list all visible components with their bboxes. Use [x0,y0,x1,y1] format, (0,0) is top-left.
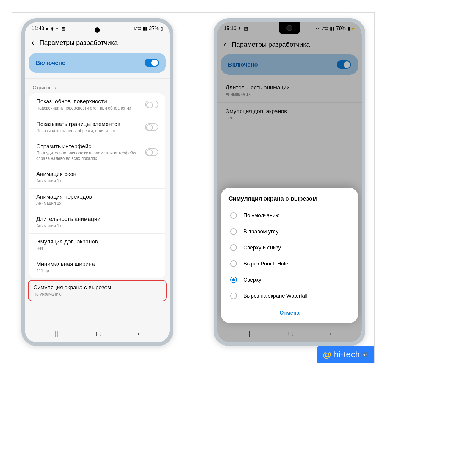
radio-option[interactable]: Вырез на экране Waterfall [228,288,350,304]
cancel-button[interactable]: Отмена [228,304,350,320]
back-nav-icon[interactable]: ‹ [138,330,140,337]
cutout-sim-row[interactable]: Симуляция экрана с вырезом По умолчанию [28,280,167,301]
radio-icon[interactable] [230,293,237,299]
row-title: Эмуляция доп. экранов [36,238,98,245]
phone-left: 11:43 ▶ ◉ ᠰ ▧ ᯤ LTE2 ▮▮ 27% ▯ [21,18,173,346]
settings-row[interactable]: Минимальная ширина411 dp [29,256,165,278]
row-subtitle: Анимация 1x [36,201,92,206]
recents-icon[interactable]: ||| [55,330,60,337]
page-header: ‹ Параметры разработчика [25,33,170,53]
row-title: Отразить интерфейс [36,143,141,150]
toggle-off-icon[interactable] [145,123,158,131]
radio-label: В правом углу [243,229,278,235]
settings-row[interactable]: Показывать границы элементовПоказывать г… [29,116,165,139]
network-label: LTE2 [134,27,141,30]
at-icon: @ [323,349,332,360]
camera-notch-icon [279,22,300,34]
battery-pct: 27% [149,26,159,32]
camera-punch-icon [95,27,100,33]
settings-row[interactable]: Длительность анимацииАнимация 1x [29,211,165,234]
radio-option[interactable]: Сверху [228,272,350,288]
status-time: 11:43 [32,26,44,32]
master-toggle-label: Включено [36,60,66,66]
row-title: Показ. обнов. поверхности [36,98,131,105]
phone-right: 15:16 ᠰ ▧ ᯤ LTE2 ▮▮ 79% ▮⚡ ‹ [214,18,365,346]
cutout-sub: По умолчанию [33,292,161,296]
row-subtitle: Анимация 1x [36,178,76,184]
cutout-title: Симуляция экрана с вырезом [33,284,161,291]
settings-row[interactable]: Показ. обнов. поверхностиПодсвечивать по… [29,93,165,116]
radio-option[interactable]: В правом углу [228,224,350,240]
radio-label: Вырез Punch Hole [243,261,288,267]
radio-label: Сверху и снизу [243,245,281,251]
row-subtitle: Анимация 1x [36,223,101,229]
radio-selected-icon[interactable] [230,277,237,283]
gallery-icon: ▧ [62,26,65,31]
settings-row[interactable]: Анимация оконАнимация 1x [29,166,165,189]
master-toggle-row[interactable]: Включено [29,53,166,73]
page-title: Параметры разработчика [40,39,118,47]
toggle-off-icon[interactable] [145,148,158,156]
app-icon: ◉ [51,26,54,31]
toggle-on-icon[interactable] [145,59,159,67]
section-drawing: Отрисовка [25,78,170,93]
radio-option[interactable]: Вырез Punch Hole [228,256,350,272]
toggle-off-icon[interactable] [145,101,158,108]
row-title: Показывать границы элементов [36,121,120,127]
watermark-text: hi-tech [334,350,360,359]
radio-option[interactable]: По умолчанию [228,207,350,224]
row-title: Анимация переходов [36,193,92,200]
back-icon[interactable]: ‹ [32,38,34,47]
android-navbar: ||| ▢ ‹ [25,325,170,342]
radio-icon[interactable] [230,244,237,251]
signal-icon: ▮▮ [143,26,148,31]
radio-icon[interactable] [230,212,237,219]
row-subtitle: 411 dp [36,268,95,274]
cutout-dialog: Симуляция экрана с вырезом По умолчаниюВ… [221,188,358,323]
settings-card: Показ. обнов. поверхностиПодсвечивать по… [29,93,165,278]
row-title: Длительность анимации [36,216,101,222]
battery-icon: ▯ [161,26,163,31]
radio-icon[interactable] [230,228,237,235]
home-icon[interactable]: ▢ [96,330,101,337]
graph-icon: ᠰ [56,26,60,31]
youtube-icon: ▶ [46,26,49,31]
radio-label: По умолчанию [243,213,280,219]
settings-row[interactable]: Отразить интерфейсПринудительно располож… [29,138,165,166]
row-subtitle: Принудительно расположить элементы интер… [36,151,141,161]
row-subtitle: Показывать границы обрезки, поля и т. п. [36,128,120,134]
radio-label: Вырез на экране Waterfall [243,293,307,299]
row-subtitle: Подсвечивать поверхности окон при обновл… [36,106,131,111]
row-subtitle: Нет [36,246,98,251]
radio-icon[interactable] [230,260,237,267]
row-title: Минимальная ширина [36,261,95,267]
radio-label: Сверху [243,277,261,283]
watermark: @ hi-tech vк [317,346,374,363]
dialog-title: Симуляция экрана с вырезом [228,195,350,202]
radio-option[interactable]: Сверху и снизу [228,240,350,256]
settings-row[interactable]: Анимация переходовАнимация 1x [29,189,165,211]
row-title: Анимация окон [36,171,76,177]
wifi-icon: ᯤ [129,26,133,31]
vk-icon: vк [362,352,368,357]
settings-row[interactable]: Эмуляция доп. экрановНет [29,234,165,256]
